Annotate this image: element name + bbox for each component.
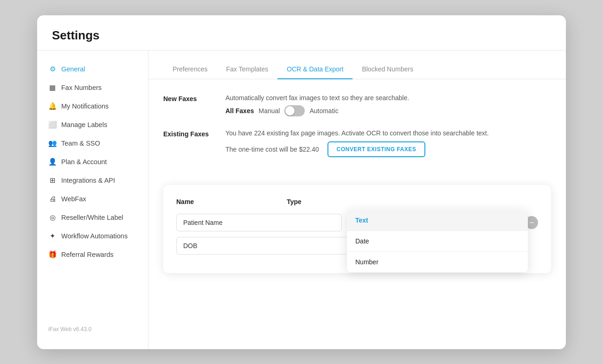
automatic-label: Automatic [309,107,338,115]
sidebar-item-general[interactable]: ⚙General [37,60,148,78]
sidebar-label-team-sso: Team & SSO [61,140,100,147]
dropdown-item-text[interactable]: Text [347,210,528,231]
data-fields-card: Name Type Text Date Number ▾ [163,185,551,273]
referral-rewards-icon: 🎁 [48,250,57,259]
sidebar-item-integrations-api[interactable]: ⊞Integrations & API [37,171,148,190]
sidebar-item-manage-labels[interactable]: ⬜Manage Labels [37,115,148,134]
tab-fax-templates[interactable]: Fax Templates [217,60,277,79]
new-faxes-row: New Faxes Automatically convert fax imag… [163,94,551,116]
sidebar-label-general: General [61,65,85,73]
sidebar-nav: ⚙General▦Fax Numbers🔔My Notifications⬜Ma… [37,60,148,264]
cost-row: The one-time cost will be $22.40 CONVERT… [225,141,489,157]
sidebar-label-referral-rewards: Referral Rewards [61,251,114,258]
main-content: PreferencesFax TemplatesOCR & Data Expor… [148,51,566,349]
new-faxes-desc: Automatically convert fax images to text… [225,94,409,102]
sidebar-label-workflow-automations: Workflow Automations [61,232,128,240]
tabs-bar: PreferencesFax TemplatesOCR & Data Expor… [148,51,566,79]
existing-faxes-row: Existing Faxes You have 224 existing fax… [163,129,551,157]
integrations-api-icon: ⊞ [48,176,57,185]
cost-text: The one-time cost will be $22.40 [225,146,319,153]
sidebar-item-plan-account[interactable]: 👤Plan & Account [37,153,148,171]
tab-preferences[interactable]: Preferences [163,60,217,79]
dropdown-item-date[interactable]: Date [347,231,528,252]
existing-faxes-content: You have 224 existing fax page images. A… [225,129,489,157]
team-sso-icon: 👥 [48,139,57,147]
existing-faxes-desc: You have 224 existing fax page images. A… [225,129,489,137]
page-title: Settings [52,28,100,42]
tab-blocked-numbers[interactable]: Blocked Numbers [353,60,423,79]
tab-ocr-data-export[interactable]: OCR & Data Export [277,60,353,79]
reseller-white-label-icon: ◎ [48,213,57,222]
type-dropdown-menu: Text Date Number [347,210,528,272]
dropdown-item-number[interactable]: Number [347,252,528,272]
sidebar-item-reseller-white-label[interactable]: ◎Reseller/White Label [37,208,148,227]
sidebar-item-fax-numbers[interactable]: ▦Fax Numbers [37,78,148,97]
sidebar-label-my-notifications: My Notifications [61,102,109,110]
sidebar: ⚙General▦Fax Numbers🔔My Notifications⬜Ma… [37,51,148,349]
sidebar-label-plan-account: Plan & Account [61,158,107,166]
workflow-automations-icon: ✦ [48,232,57,240]
sidebar-label-fax-numbers: Fax Numbers [61,84,102,91]
name-input-2[interactable] [176,237,353,255]
window-header: Settings [37,15,566,51]
manual-label: Manual [258,107,280,115]
existing-faxes-label: Existing Faxes [163,129,214,138]
name-input-1[interactable] [176,214,342,231]
sidebar-footer: iFax Web v6.43.0 [37,319,148,340]
type-column-header: Type [287,198,302,205]
ocr-toggle[interactable] [284,105,305,116]
settings-window: Settings ⚙General▦Fax Numbers🔔My Notific… [37,15,566,349]
window-body: ⚙General▦Fax Numbers🔔My Notifications⬜Ma… [37,51,566,349]
convert-existing-button[interactable]: CONVERT EXISTING FAXES [327,141,426,157]
content-section: New Faxes Automatically convert fax imag… [148,79,566,185]
all-faxes-label: All Faxes [225,107,254,115]
card-header: Name Type [176,198,538,205]
sidebar-item-workflow-automations[interactable]: ✦Workflow Automations [37,227,148,245]
name-column-header: Name [176,198,194,205]
webfax-icon: 🖨 [48,195,57,203]
new-faxes-content: Automatically convert fax images to text… [225,94,409,116]
sidebar-label-reseller-white-label: Reseller/White Label [61,214,123,221]
toggle-row: All Faxes Manual Automatic [225,105,409,116]
manage-labels-icon: ⬜ [48,121,57,129]
sidebar-label-webfax: WebFax [61,195,86,203]
sidebar-item-my-notifications[interactable]: 🔔My Notifications [37,97,148,115]
toggle-thumb [285,106,295,115]
general-icon: ⚙ [48,65,57,73]
sidebar-item-webfax[interactable]: 🖨WebFax [37,190,148,208]
my-notifications-icon: 🔔 [48,102,57,110]
new-faxes-label: New Faxes [163,94,214,102]
fax-numbers-icon: ▦ [48,83,57,92]
sidebar-item-team-sso[interactable]: 👥Team & SSO [37,134,148,153]
sidebar-item-referral-rewards[interactable]: 🎁Referral Rewards [37,245,148,264]
sidebar-label-integrations-api: Integrations & API [61,177,115,184]
plan-account-icon: 👤 [48,158,57,166]
sidebar-label-manage-labels: Manage Labels [61,121,107,128]
